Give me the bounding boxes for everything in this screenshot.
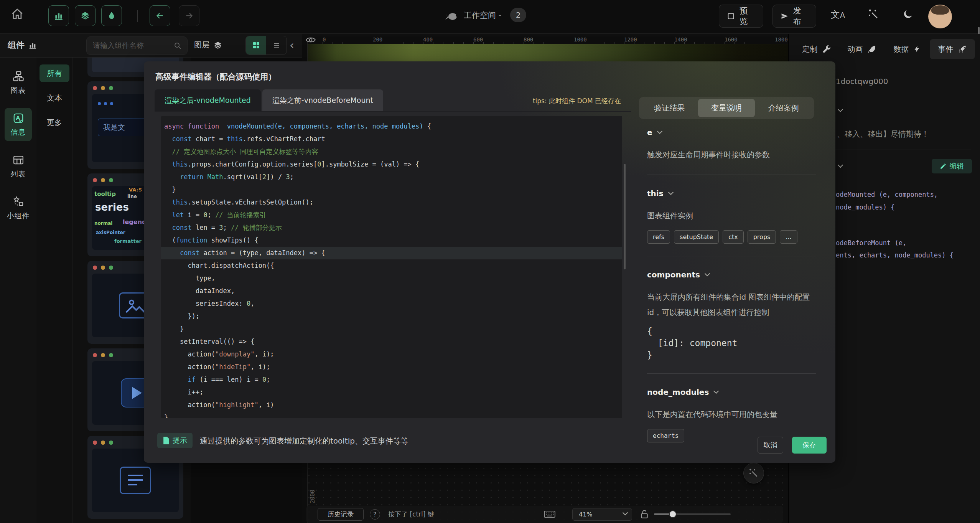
publish-button[interactable]: 发布 — [772, 5, 816, 28]
keyboard-icon[interactable] — [544, 510, 555, 519]
toolbar-divider — [137, 10, 138, 22]
ruler-label: 0 — [323, 36, 326, 43]
lifecycle-tab[interactable]: 渲染之后-vnodeMounted — [155, 89, 261, 111]
sidebar-item-info[interactable]: A信息 — [5, 108, 32, 141]
key-hint-text: 按下了 [ctrl] 键 — [388, 510, 434, 519]
home-icon[interactable] — [11, 8, 24, 21]
zoom-slider-handle[interactable] — [670, 511, 676, 517]
settings-tab-label: 事件 — [938, 44, 954, 54]
ruler-label: 600 — [473, 36, 483, 43]
collapse-panel-icon[interactable]: ‹ — [290, 37, 294, 54]
user-avatar[interactable] — [928, 5, 952, 28]
settings-tab-rocket[interactable]: 事件 — [930, 39, 975, 59]
divider — [647, 256, 816, 256]
chevron-down-icon[interactable] — [838, 107, 843, 112]
horizontal-ruler: 020040060080010001200140016001800 — [302, 36, 788, 44]
category-tab[interactable]: 文本 — [40, 89, 69, 107]
settings-tab-wrench[interactable]: 定制 — [794, 39, 839, 59]
docs-tag: ctx — [723, 230, 744, 244]
docs-tab[interactable]: 介绍案例 — [755, 99, 812, 117]
wordcloud-word: tooltip — [94, 191, 116, 198]
code-line: async function vnodeMounted(e, component… — [161, 120, 622, 133]
search-icon[interactable] — [173, 41, 182, 50]
language-icon[interactable]: 文A — [831, 8, 845, 21]
sidebar-item-table[interactable]: 列表 — [5, 150, 32, 183]
component-search-input[interactable] — [86, 36, 188, 55]
docs-tab[interactable]: 验证结果 — [641, 99, 698, 117]
editor-scrollbar[interactable] — [624, 164, 626, 269]
chevron-down-icon — [623, 510, 628, 515]
wordcloud-word: normal — [94, 221, 112, 226]
sidebar-item-widget[interactable]: 小组件 — [5, 191, 32, 225]
layers-view-toggle — [245, 36, 287, 55]
category-tab[interactable]: 所有 — [40, 64, 69, 82]
code-line: this.props.chartConfig.option.series[0].… — [161, 158, 622, 171]
wrench-icon — [822, 45, 831, 54]
divider — [647, 373, 816, 374]
undo-button[interactable] — [150, 5, 170, 26]
wordcloud-word: formatter — [114, 238, 142, 244]
docs-section-desc: 当前大屏内所有组件的集合id 图表组件中的配置id，可以获取其他图表组件进行控制 — [647, 289, 816, 320]
list-view-button[interactable] — [266, 36, 287, 54]
chevron-down-icon[interactable] — [838, 162, 843, 168]
dark-mode-icon[interactable] — [902, 8, 914, 20]
send-icon — [781, 12, 789, 20]
code-line: chart.dispatchAction({ — [161, 259, 622, 272]
docs-sections: e触发对应生命周期事件时接收的参数this图表组件实例refssetupStat… — [647, 125, 816, 442]
settings-tabs: 定制动画数据事件 — [794, 39, 975, 59]
map-chart-preview — [308, 44, 788, 62]
docs-section-desc: 以下是内置在代码环境中可用的包变量 — [647, 407, 816, 422]
wordcloud-word: line — [127, 194, 137, 199]
lifecycle-tab[interactable]: 渲染之前-vnodeBeforeMount — [262, 89, 383, 111]
left-panel-header: 组件 图层 ‹ — [0, 34, 302, 58]
code-line: const action = (type, dataIndex) => { — [161, 247, 622, 259]
code-line: type, — [161, 272, 622, 285]
docs-tab[interactable]: 变量说明 — [698, 99, 755, 117]
zoom-slider[interactable] — [654, 513, 731, 515]
sidebar-item-chart[interactable]: 图表 — [5, 66, 32, 99]
eye-icon[interactable] — [305, 36, 316, 44]
advanced-event-editor-modal: 高级事件编辑器（配合源码使用） 渲染之后-vnodeMounted渲染之前-vn… — [144, 61, 835, 463]
code-line: // 定义地图原点大小 同理可自定义标签等等内容 — [161, 145, 622, 158]
docs-section-header[interactable]: e — [647, 128, 816, 137]
code-line: action("hideTip", i); — [161, 361, 622, 373]
zoom-level-select[interactable]: 41% — [572, 508, 632, 521]
assistant-float-button[interactable] — [743, 463, 764, 483]
footer-divider — [144, 430, 835, 430]
layers-panel-title-label: 图层 — [194, 40, 209, 50]
code-line: if (i === len) i = 0; — [161, 373, 622, 386]
edit-events-button-label: 编辑 — [950, 161, 964, 171]
cancel-button[interactable]: 取消 — [758, 437, 783, 454]
history-button[interactable]: 历史记录 — [318, 508, 364, 521]
edit-events-button[interactable]: 编辑 — [932, 159, 972, 173]
docs-section-header[interactable]: this — [647, 189, 816, 198]
chart-tool-button[interactable] — [48, 5, 69, 26]
ruler-label: 1400 — [674, 36, 687, 43]
chevron-down-icon — [657, 129, 662, 134]
lock-icon[interactable] — [640, 509, 649, 519]
layers-panel-title: 图层 — [194, 40, 222, 50]
drop-tool-button[interactable] — [101, 5, 122, 26]
document-icon — [163, 437, 169, 444]
category-tab[interactable]: 更多 — [40, 114, 69, 131]
widget-icon — [13, 196, 24, 208]
code-editor[interactable]: async function vnodeMounted(e, component… — [161, 116, 622, 418]
code-line: } — [161, 323, 622, 335]
magic-wand-icon[interactable] — [868, 8, 879, 20]
docs-section-name: components — [647, 270, 700, 279]
redo-button[interactable] — [179, 5, 199, 26]
settings-tab-bolt[interactable]: 数据 — [884, 39, 930, 59]
ruler-label: 400 — [423, 36, 433, 43]
ruler-label: 1200 — [624, 36, 637, 43]
settings-tab-leaf[interactable]: 动画 — [839, 39, 884, 59]
save-button[interactable]: 保存 — [792, 437, 827, 454]
preview-button[interactable]: 预览 — [719, 5, 763, 28]
grid-view-button[interactable] — [246, 36, 266, 54]
help-icon[interactable]: ? — [370, 509, 380, 520]
tip-badge-label: 提示 — [173, 436, 187, 445]
layers-tool-button[interactable] — [75, 5, 96, 26]
wordcloud-word: VA:S — [129, 187, 142, 193]
docs-section-header[interactable]: node_modules — [647, 388, 816, 397]
docs-section-header[interactable]: components — [647, 270, 816, 279]
components-panel-title: 组件 — [8, 40, 37, 51]
